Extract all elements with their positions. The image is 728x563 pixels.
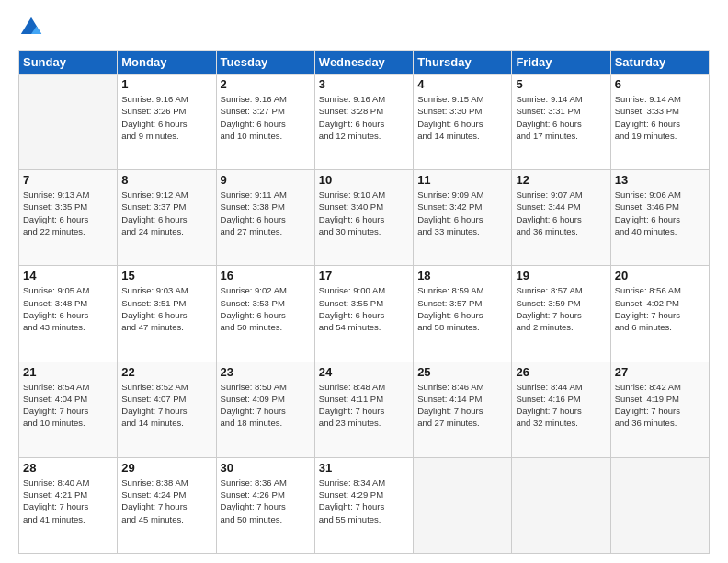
calendar-cell: 5Sunrise: 9:14 AM Sunset: 3:31 PM Daylig… bbox=[512, 75, 610, 170]
day-number: 28 bbox=[23, 461, 113, 475]
calendar-cell: 26Sunrise: 8:44 AM Sunset: 4:16 PM Dayli… bbox=[512, 362, 610, 457]
day-info: Sunrise: 8:34 AM Sunset: 4:29 PM Dayligh… bbox=[319, 477, 409, 525]
day-info: Sunrise: 9:12 AM Sunset: 3:37 PM Dayligh… bbox=[121, 189, 211, 237]
day-info: Sunrise: 9:07 AM Sunset: 3:44 PM Dayligh… bbox=[516, 189, 606, 237]
day-info: Sunrise: 8:36 AM Sunset: 4:26 PM Dayligh… bbox=[221, 477, 311, 525]
column-header-thursday: Thursday bbox=[414, 51, 512, 75]
day-number: 23 bbox=[221, 365, 311, 379]
calendar-cell: 22Sunrise: 8:52 AM Sunset: 4:07 PM Dayli… bbox=[118, 362, 216, 457]
calendar-cell: 1Sunrise: 9:16 AM Sunset: 3:26 PM Daylig… bbox=[118, 75, 216, 170]
calendar-cell: 15Sunrise: 9:03 AM Sunset: 3:51 PM Dayli… bbox=[118, 266, 216, 362]
day-number: 19 bbox=[516, 269, 606, 282]
calendar-cell: 11Sunrise: 9:09 AM Sunset: 3:42 PM Dayli… bbox=[414, 170, 512, 266]
calendar-cell: 17Sunrise: 9:00 AM Sunset: 3:55 PM Dayli… bbox=[314, 266, 413, 362]
day-number: 18 bbox=[417, 269, 507, 282]
calendar-cell bbox=[414, 457, 512, 553]
day-info: Sunrise: 8:46 AM Sunset: 4:14 PM Dayligh… bbox=[417, 381, 507, 430]
day-number: 21 bbox=[23, 365, 113, 379]
day-info: Sunrise: 9:13 AM Sunset: 3:35 PM Dayligh… bbox=[23, 189, 113, 237]
logo bbox=[18, 15, 46, 40]
day-info: Sunrise: 9:02 AM Sunset: 3:53 PM Dayligh… bbox=[221, 284, 311, 333]
day-number: 3 bbox=[319, 77, 409, 91]
column-header-saturday: Saturday bbox=[610, 51, 709, 75]
calendar-cell: 31Sunrise: 8:34 AM Sunset: 4:29 PM Dayli… bbox=[314, 457, 413, 553]
day-number: 16 bbox=[221, 269, 311, 282]
day-info: Sunrise: 9:03 AM Sunset: 3:51 PM Dayligh… bbox=[121, 284, 211, 333]
day-number: 7 bbox=[23, 173, 113, 187]
calendar-body: 1Sunrise: 9:16 AM Sunset: 3:26 PM Daylig… bbox=[19, 75, 710, 554]
calendar-cell: 14Sunrise: 9:05 AM Sunset: 3:48 PM Dayli… bbox=[19, 266, 118, 362]
calendar-cell: 9Sunrise: 9:11 AM Sunset: 3:38 PM Daylig… bbox=[216, 170, 314, 266]
calendar-week-row: 21Sunrise: 8:54 AM Sunset: 4:04 PM Dayli… bbox=[19, 362, 710, 457]
calendar-cell: 21Sunrise: 8:54 AM Sunset: 4:04 PM Dayli… bbox=[19, 362, 118, 457]
calendar-cell: 30Sunrise: 8:36 AM Sunset: 4:26 PM Dayli… bbox=[216, 457, 314, 553]
day-number: 11 bbox=[417, 173, 507, 187]
header bbox=[18, 15, 710, 40]
column-header-sunday: Sunday bbox=[19, 51, 118, 75]
calendar-cell: 7Sunrise: 9:13 AM Sunset: 3:35 PM Daylig… bbox=[19, 170, 118, 266]
page: SundayMondayTuesdayWednesdayThursdayFrid… bbox=[0, 0, 728, 563]
calendar-cell: 25Sunrise: 8:46 AM Sunset: 4:14 PM Dayli… bbox=[414, 362, 512, 457]
calendar-cell: 20Sunrise: 8:56 AM Sunset: 4:02 PM Dayli… bbox=[610, 266, 709, 362]
day-number: 4 bbox=[417, 77, 507, 91]
day-info: Sunrise: 9:16 AM Sunset: 3:28 PM Dayligh… bbox=[319, 93, 409, 142]
day-number: 24 bbox=[319, 365, 409, 379]
calendar-cell: 2Sunrise: 9:16 AM Sunset: 3:27 PM Daylig… bbox=[216, 75, 314, 170]
day-info: Sunrise: 8:38 AM Sunset: 4:24 PM Dayligh… bbox=[121, 477, 211, 525]
column-header-tuesday: Tuesday bbox=[216, 51, 314, 75]
day-info: Sunrise: 9:09 AM Sunset: 3:42 PM Dayligh… bbox=[417, 189, 507, 237]
day-info: Sunrise: 9:16 AM Sunset: 3:26 PM Dayligh… bbox=[121, 93, 211, 142]
day-number: 26 bbox=[516, 365, 606, 379]
day-number: 25 bbox=[417, 365, 507, 379]
calendar-cell: 6Sunrise: 9:14 AM Sunset: 3:33 PM Daylig… bbox=[610, 75, 709, 170]
day-number: 5 bbox=[516, 77, 606, 91]
day-number: 2 bbox=[221, 77, 311, 91]
calendar-cell: 16Sunrise: 9:02 AM Sunset: 3:53 PM Dayli… bbox=[216, 266, 314, 362]
column-header-wednesday: Wednesday bbox=[314, 51, 413, 75]
day-number: 27 bbox=[615, 365, 705, 379]
day-number: 10 bbox=[319, 173, 409, 187]
day-info: Sunrise: 9:14 AM Sunset: 3:33 PM Dayligh… bbox=[615, 93, 705, 142]
day-number: 8 bbox=[121, 173, 211, 187]
calendar-week-row: 28Sunrise: 8:40 AM Sunset: 4:21 PM Dayli… bbox=[19, 457, 710, 553]
day-number: 30 bbox=[221, 461, 311, 475]
calendar-cell: 10Sunrise: 9:10 AM Sunset: 3:40 PM Dayli… bbox=[314, 170, 413, 266]
day-info: Sunrise: 8:48 AM Sunset: 4:11 PM Dayligh… bbox=[319, 381, 409, 430]
day-number: 17 bbox=[319, 269, 409, 282]
calendar-cell: 19Sunrise: 8:57 AM Sunset: 3:59 PM Dayli… bbox=[512, 266, 610, 362]
calendar-cell: 3Sunrise: 9:16 AM Sunset: 3:28 PM Daylig… bbox=[314, 75, 413, 170]
day-info: Sunrise: 9:00 AM Sunset: 3:55 PM Dayligh… bbox=[319, 284, 409, 333]
calendar-cell: 13Sunrise: 9:06 AM Sunset: 3:46 PM Dayli… bbox=[610, 170, 709, 266]
calendar-cell: 29Sunrise: 8:38 AM Sunset: 4:24 PM Dayli… bbox=[118, 457, 216, 553]
day-number: 12 bbox=[516, 173, 606, 187]
calendar-cell bbox=[512, 457, 610, 553]
calendar-cell: 4Sunrise: 9:15 AM Sunset: 3:30 PM Daylig… bbox=[414, 75, 512, 170]
day-info: Sunrise: 9:10 AM Sunset: 3:40 PM Dayligh… bbox=[319, 189, 409, 237]
calendar-cell: 12Sunrise: 9:07 AM Sunset: 3:44 PM Dayli… bbox=[512, 170, 610, 266]
calendar-cell: 8Sunrise: 9:12 AM Sunset: 3:37 PM Daylig… bbox=[118, 170, 216, 266]
day-info: Sunrise: 8:59 AM Sunset: 3:57 PM Dayligh… bbox=[417, 284, 507, 333]
day-info: Sunrise: 8:50 AM Sunset: 4:09 PM Dayligh… bbox=[221, 381, 311, 430]
day-info: Sunrise: 9:14 AM Sunset: 3:31 PM Dayligh… bbox=[516, 93, 606, 142]
calendar-cell: 27Sunrise: 8:42 AM Sunset: 4:19 PM Dayli… bbox=[610, 362, 709, 457]
day-info: Sunrise: 8:40 AM Sunset: 4:21 PM Dayligh… bbox=[23, 477, 113, 525]
day-info: Sunrise: 8:44 AM Sunset: 4:16 PM Dayligh… bbox=[516, 381, 606, 430]
day-number: 1 bbox=[121, 77, 211, 91]
day-info: Sunrise: 8:57 AM Sunset: 3:59 PM Dayligh… bbox=[516, 284, 606, 333]
day-number: 14 bbox=[23, 269, 113, 282]
day-number: 31 bbox=[319, 461, 409, 475]
day-number: 22 bbox=[121, 365, 211, 379]
calendar-table: SundayMondayTuesdayWednesdayThursdayFrid… bbox=[18, 50, 710, 554]
calendar-cell: 24Sunrise: 8:48 AM Sunset: 4:11 PM Dayli… bbox=[314, 362, 413, 457]
day-number: 29 bbox=[121, 461, 211, 475]
calendar-week-row: 7Sunrise: 9:13 AM Sunset: 3:35 PM Daylig… bbox=[19, 170, 710, 266]
calendar-cell: 28Sunrise: 8:40 AM Sunset: 4:21 PM Dayli… bbox=[19, 457, 118, 553]
day-info: Sunrise: 8:52 AM Sunset: 4:07 PM Dayligh… bbox=[121, 381, 211, 430]
calendar-header-row: SundayMondayTuesdayWednesdayThursdayFrid… bbox=[19, 51, 710, 75]
day-number: 13 bbox=[615, 173, 705, 187]
calendar-cell: 18Sunrise: 8:59 AM Sunset: 3:57 PM Dayli… bbox=[414, 266, 512, 362]
day-number: 20 bbox=[615, 269, 705, 282]
day-info: Sunrise: 8:56 AM Sunset: 4:02 PM Dayligh… bbox=[615, 284, 705, 333]
calendar-cell: 23Sunrise: 8:50 AM Sunset: 4:09 PM Dayli… bbox=[216, 362, 314, 457]
day-info: Sunrise: 8:42 AM Sunset: 4:19 PM Dayligh… bbox=[615, 381, 705, 430]
